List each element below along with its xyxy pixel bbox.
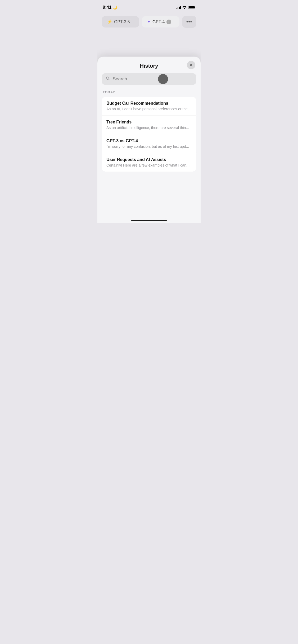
bolt-icon: ⚡ <box>107 19 112 24</box>
sheet-header: History ✕ <box>97 57 201 73</box>
moon-icon: 🌙 <box>113 5 117 10</box>
history-item[interactable]: GPT-3 vs GPT-4 I'm sorry for any confusi… <box>102 134 196 153</box>
history-item-preview: As an AI, I don't have personal preferen… <box>106 107 192 111</box>
close-icon: ✕ <box>189 63 193 67</box>
more-button[interactable]: ••• <box>182 16 196 28</box>
history-sheet: History ✕ TODAY Budget Car Recommendatio… <box>97 57 201 223</box>
status-bar: 9:41 🌙 <box>97 0 201 13</box>
gpt4-label: GPT-4 <box>152 20 165 24</box>
sparkle-icon: ✦ <box>147 19 151 24</box>
history-list: Budget Car Recommendations As an AI, I d… <box>102 97 196 172</box>
search-container <box>97 73 201 90</box>
gpt35-label: GPT-3.5 <box>114 20 130 24</box>
search-input[interactable] <box>113 76 192 82</box>
gpt4-button[interactable]: ✦ GPT-4 i <box>142 16 179 27</box>
close-button[interactable]: ✕ <box>187 61 195 69</box>
signal-icon <box>177 6 181 9</box>
history-item-title: Budget Car Recommendations <box>106 101 192 106</box>
svg-line-1 <box>109 79 110 80</box>
history-item-title: User Requests and AI Assists <box>106 157 192 162</box>
home-indicator <box>131 220 167 221</box>
history-item[interactable]: Budget Car Recommendations As an AI, I d… <box>102 97 196 116</box>
gpt35-button[interactable]: ⚡ GPT-3.5 <box>102 16 139 27</box>
more-label: ••• <box>186 19 192 25</box>
model-selector: ⚡ GPT-3.5 ✦ GPT-4 i ••• <box>97 16 201 28</box>
info-badge: i <box>166 20 171 24</box>
sheet-title: History <box>140 63 158 69</box>
battery-icon <box>188 6 195 9</box>
search-icon <box>106 76 110 82</box>
search-bar[interactable] <box>102 73 196 85</box>
history-item-title: GPT-3 vs GPT-4 <box>106 139 192 143</box>
history-item-preview: I'm sorry for any confusion, but as of m… <box>106 144 192 149</box>
history-item[interactable]: User Requests and AI Assists Certainly! … <box>102 153 196 172</box>
status-icons <box>177 6 196 10</box>
search-cursor <box>158 74 168 84</box>
wifi-icon <box>182 6 187 10</box>
section-label: TODAY <box>97 90 201 97</box>
history-item-title: Tree Friends <box>106 120 192 125</box>
history-item-preview: As an artificial intelligence, there are… <box>106 126 192 130</box>
history-item[interactable]: Tree Friends As an artificial intelligen… <box>102 116 196 134</box>
status-time: 9:41 <box>103 5 111 10</box>
history-item-preview: Certainly! Here are a few examples of wh… <box>106 163 192 167</box>
